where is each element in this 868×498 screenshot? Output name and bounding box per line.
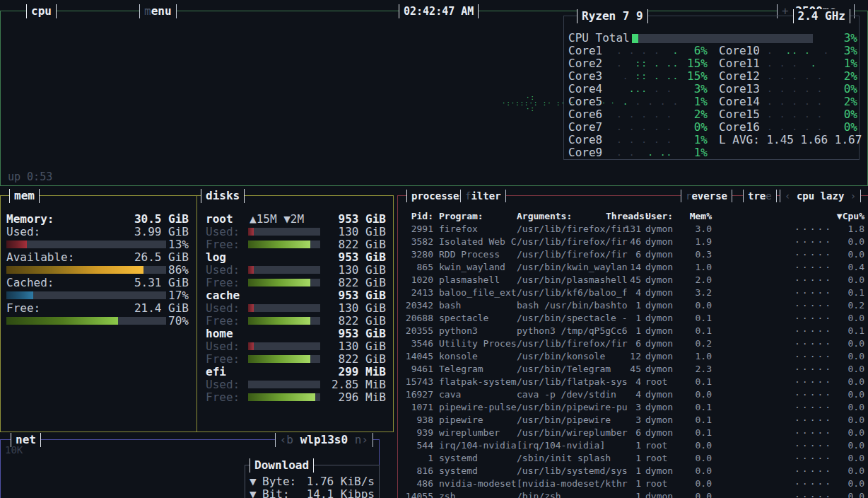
process-cpu-graph-dots: ····· [794,312,830,325]
reverse-sort-button[interactable]: reverse [681,190,732,202]
process-row[interactable]: 1071pipewire-pulse/usr/bin/pipewire-pu3d… [401,401,868,414]
process-mem: 3.2 [676,286,712,299]
core-label: Core13 [719,83,768,95]
tree-view-button[interactable]: tree [743,190,777,202]
process-row[interactable]: 20355python3python3 /tmp/qP5gCc61dymon0.… [401,325,868,337]
disk-used-label: Used: [206,340,248,353]
disk-free-bar [248,355,320,363]
core-pct: 0% [681,121,708,134]
process-pid: 1020 [401,274,433,286]
process-pid: 938 [401,414,433,427]
disk-used-bar [248,381,320,388]
process-row[interactable]: 14045konsole/usr/bin/konsole12dymon1.00.… [401,350,868,363]
disks-box-title[interactable]: disks [201,189,245,203]
sort-next-arrow[interactable]: › [850,190,856,202]
process-mem: 0.0 [676,299,712,312]
mem-box-title[interactable]: mem [9,189,40,203]
process-mem: 0.1 [676,414,712,427]
process-threads: 3 [606,414,641,427]
process-cpu: 0.0 [829,490,864,498]
cpu-box-title[interactable]: cpu [26,4,57,18]
cpu-model-title: Ryzen 7 9 [577,9,648,23]
mem-row: Used:3.99 GiB [6,226,189,238]
process-cpu-graph-dots: ····· [794,452,830,465]
mem-box: mem disks Memory:30.5 GiBUsed:3.99 GiB13… [0,195,394,432]
process-row[interactable]: 20342bashbash /usr/bin/bashto1dymon0.00.… [401,299,868,312]
process-row[interactable]: 486nvidia-modeset[nvidia-modeset/kthr1ro… [401,477,868,490]
process-cpu: 0.0 [829,274,864,286]
mem-row: Cached:5.31 GiB [6,277,189,289]
process-column-header[interactable]: Pid: [401,210,433,223]
mem-stat-label: Used: [6,226,112,238]
sort-column-selector[interactable]: ‹ cpu lazy › [780,190,861,202]
clock: 02:42:47 AM [399,4,479,18]
net-scale-label: 10K [5,444,23,456]
menu-button[interactable]: menu [139,4,177,18]
net-interface-switcher[interactable]: ‹b wlp13s0 n› [275,433,373,447]
process-row[interactable]: 544irq/104-nvidia[irq/104-nvidia]1root0.… [401,439,868,452]
process-row[interactable]: 9461Telegram/usr/bin/Telegram45dymon2.30… [401,363,868,376]
disk-used-value: 130 GiB [327,302,386,315]
filter-button[interactable]: filter [460,190,506,202]
process-row[interactable]: 2991firefox/usr/lib/firefox/fir131dymon3… [401,223,868,236]
cpu-total-pct: 3% [831,32,857,45]
process-column-header[interactable]: Threads: [606,210,641,223]
disk-used-bar-fill [248,266,254,274]
process-mem: 0.1 [676,427,712,439]
mem-row: 13% [6,238,189,251]
disk-name: root [206,213,255,226]
process-row[interactable]: 1020plasmashell/usr/bin/plasmashell45dym… [401,274,868,286]
iface-name: wlp13s0 [300,433,348,446]
core-graph: . . . . . . . [767,108,831,121]
process-cpu-graph-dots: ····· [794,286,830,299]
disk-io: ▲15M ▼2M [250,213,327,226]
process-row[interactable]: 16927cavacava -p /dev/stdin4dymon0.00.0·… [401,388,868,401]
mem-row: Free:21.4 GiB [6,302,189,315]
process-mem: 0.0 [676,452,712,465]
disk-free-bar [248,393,320,401]
iface-prev-arrow[interactable]: ‹ [280,433,287,446]
core-label: Core15 [719,108,768,121]
core-label: Core5 [568,95,618,108]
iface-prev-key[interactable]: b [286,433,293,446]
process-cpu-graph-dots: ····· [794,299,830,312]
process-row[interactable]: 14055zsh/bin/zsh1dymon0.00.0····· [401,490,868,498]
process-row[interactable]: 939wireplumber/usr/bin/wireplumber6dymon… [401,427,868,439]
process-row[interactable]: 3582Isolated Web C/usr/lib/firefox/fir46… [401,236,868,248]
process-column-header[interactable]: Mem% [676,210,712,223]
process-row[interactable]: 20688spectacle/usr/bin/spectacle -1dymon… [401,312,868,325]
process-row[interactable]: 865kwin_wayland/usr/bin/kwin_waylan14dym… [401,261,868,274]
iface-next-arrow[interactable]: › [361,433,368,446]
mem-stat-bar [6,266,166,274]
core-label: Core4 [568,83,618,95]
disk-used-bar [248,228,320,236]
process-cpu: 0.0 [829,427,864,439]
process-mem: 0.2 [676,337,712,350]
process-cpu-graph-dots: ····· [794,337,830,350]
process-row[interactable]: 3280RDD Process/usr/lib/firefox/fir6dymo… [401,248,868,261]
core-graph: . . . . . . . [767,70,831,83]
process-row[interactable]: 2413baloo_file_ext/usr/lib/kf6/baloo_f4d… [401,286,868,299]
process-threads: 1 [606,452,641,465]
process-row[interactable]: 1systemd/sbin/init splash1root0.00.0····… [401,452,868,465]
core-label: Core16 [719,121,768,134]
disk-free-bar-fill [248,317,310,325]
process-threads: 4 [606,286,641,299]
iface-next-key[interactable]: n [355,433,362,446]
process-cpu-graph-dots: ····· [794,248,830,261]
process-threads: 6 [606,427,641,439]
process-cpu-graph-dots: ····· [794,401,830,414]
process-threads: 131 [606,223,641,236]
process-cpu-graph-dots: ····· [794,350,830,363]
process-mem: 0.1 [676,312,712,325]
process-row[interactable]: 3546Utility Proces/usr/lib/firefox/fir6d… [401,337,868,350]
process-row[interactable]: 816systemd/usr/lib/systemd/sys1dymon0.00… [401,465,868,477]
process-row[interactable]: 15743flatpak-system/usr/lib/flatpak-sys4… [401,376,868,388]
disk-free-bar [248,279,320,286]
core-pct: 3% [831,45,857,57]
process-threads: 4 [606,376,641,388]
process-row[interactable]: 938pipewire/usr/bin/pipewire3dymon0.10.0… [401,414,868,427]
disk-used-row: Used:2.85 MiB [206,378,386,391]
process-pid: 20688 [401,312,433,325]
process-column-header[interactable]: ▼Cpu% [829,210,864,223]
